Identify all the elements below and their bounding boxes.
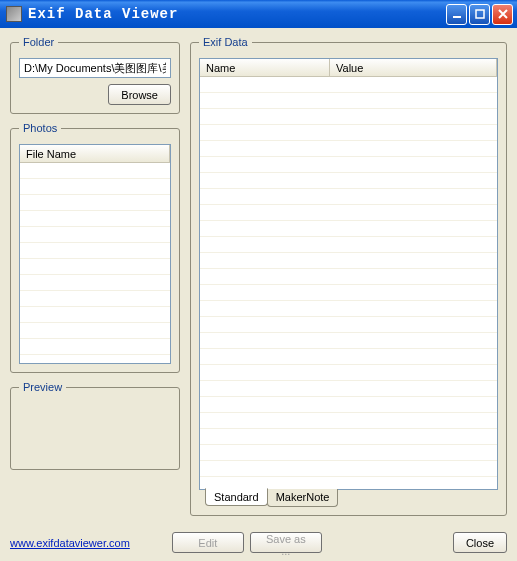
exif-tabs: Standard MakerNote (199, 489, 498, 507)
saveas-button[interactable]: Save as ... (250, 532, 322, 553)
exif-group: Exif Data Name Value Standard MakerNote (190, 36, 507, 516)
folder-legend: Folder (19, 36, 58, 48)
close-button[interactable]: Close (453, 532, 507, 553)
folder-group: Folder Browse (10, 36, 180, 114)
photos-list-body[interactable] (20, 163, 170, 363)
website-link[interactable]: www.exifdataviewer.com (10, 537, 130, 549)
window-buttons (446, 4, 513, 25)
titlebar: Exif Data Viewer (0, 0, 517, 28)
exif-list-body[interactable] (200, 77, 497, 489)
maximize-button[interactable] (469, 4, 490, 25)
exif-col-name[interactable]: Name (200, 59, 330, 76)
app-icon (6, 6, 22, 22)
tab-standard[interactable]: Standard (205, 488, 268, 506)
folder-path-input[interactable] (19, 58, 171, 78)
photos-legend: Photos (19, 122, 61, 134)
bottom-row: www.exifdataviewer.com Edit Save as ... … (10, 532, 507, 553)
tab-makernote[interactable]: MakerNote (267, 489, 339, 507)
photos-col-filename[interactable]: File Name (20, 145, 170, 162)
svg-rect-0 (453, 16, 461, 18)
exif-legend: Exif Data (199, 36, 252, 48)
close-window-button[interactable] (492, 4, 513, 25)
exif-list-header: Name Value (200, 59, 497, 77)
client-area: Folder Browse Photos File Name Preview E… (0, 28, 517, 561)
photos-list[interactable]: File Name (19, 144, 171, 364)
edit-button[interactable]: Edit (172, 532, 244, 553)
window-title: Exif Data Viewer (28, 6, 446, 22)
browse-button[interactable]: Browse (108, 84, 171, 105)
preview-box (19, 403, 171, 461)
left-column: Folder Browse Photos File Name Preview (10, 36, 180, 555)
exif-col-value[interactable]: Value (330, 59, 497, 76)
svg-rect-1 (476, 10, 484, 18)
photos-list-header: File Name (20, 145, 170, 163)
preview-group: Preview (10, 381, 180, 470)
photos-group: Photos File Name (10, 122, 180, 373)
exif-list[interactable]: Name Value (199, 58, 498, 490)
preview-legend: Preview (19, 381, 66, 393)
right-column: Exif Data Name Value Standard MakerNote (190, 36, 507, 555)
minimize-button[interactable] (446, 4, 467, 25)
